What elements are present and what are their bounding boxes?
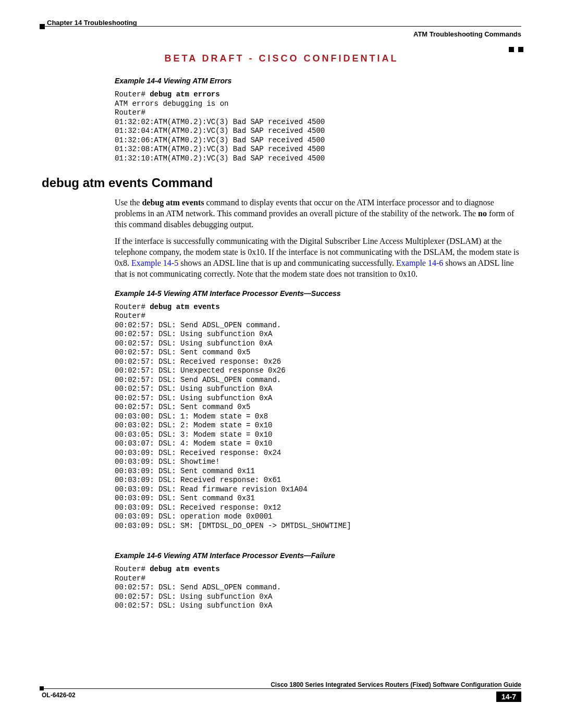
example-14-4-output: Router# debug atm errors ATM errors debu… (115, 90, 521, 163)
example-14-6-output: Router# debug atm events Router# 00:02:5… (115, 565, 521, 611)
page-footer: Cisco 1800 Series Integrated Services Ro… (42, 688, 521, 709)
example-14-5-output: Router# debug atm events Router# 00:02:5… (115, 303, 521, 531)
prompt: Router# (115, 565, 150, 573)
main-content: Example 14-4 Viewing ATM Errors Router# … (115, 77, 521, 163)
command: debug atm events (150, 303, 219, 311)
footer-rule (42, 688, 521, 689)
output-lines: ATM errors debugging is on Router# 01:32… (115, 100, 325, 163)
decor-square (40, 686, 44, 690)
output-lines: Router# 00:02:57: DSL: Send ADSL_OPEN co… (115, 312, 351, 530)
example-14-4-title: Example 14-4 Viewing ATM Errors (115, 77, 521, 85)
example-14-6-title: Example 14-6 Viewing ATM Interface Proce… (115, 551, 521, 560)
decor-square (509, 47, 514, 52)
paragraph-2: If the interface is successfully communi… (115, 236, 521, 279)
section-body: Use the debug atm events command to disp… (115, 198, 521, 611)
prompt: Router# (115, 303, 150, 311)
example-14-5-title: Example 14-5 Viewing ATM Interface Proce… (115, 289, 521, 298)
command-ref: debug atm events (142, 198, 204, 207)
text: Use the (115, 198, 142, 207)
page-number: 14-7 (496, 692, 521, 702)
decor-square (518, 47, 523, 52)
text: shows an ADSL line that is up and commun… (178, 258, 396, 267)
header-section: ATM Troubleshooting Commands (413, 30, 521, 38)
header-rule (42, 26, 521, 27)
prompt: Router# (115, 90, 150, 98)
command: debug atm events (150, 565, 219, 573)
header-chapter: Chapter 14 Troubleshooting (47, 19, 137, 27)
confidential-banner: BETA DRAFT - CISCO CONFIDENTIAL (42, 53, 521, 64)
command: debug atm errors (150, 90, 219, 98)
footer-doc-number: OL-6426-02 (42, 692, 76, 699)
decor-square (40, 24, 45, 29)
output-lines: Router# 00:02:57: DSL: Send ADSL_OPEN co… (115, 574, 281, 610)
keyword-no: no (478, 209, 487, 218)
section-heading: debug atm events Command (42, 176, 521, 190)
page-header: Chapter 14 Troubleshooting ATM Troublesh… (42, 19, 521, 44)
paragraph-1: Use the debug atm events command to disp… (115, 198, 521, 230)
link-example-14-6[interactable]: Example 14-6 (396, 258, 443, 267)
footer-doc-title: Cisco 1800 Series Integrated Services Ro… (271, 681, 521, 688)
link-example-14-5[interactable]: Example 14-5 (131, 258, 178, 267)
